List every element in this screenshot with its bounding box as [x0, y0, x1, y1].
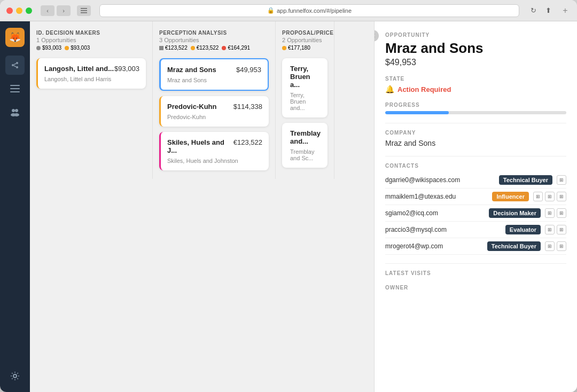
deal-company-mraz: Mraz and Sons: [167, 77, 261, 83]
address-bar[interactable]: 🔒 app.funnelfox.com/#/pipeline: [99, 4, 519, 17]
contact-action-btn-1-3[interactable]: ⊞: [557, 192, 566, 201]
contact-email-4: mrogerot4@wp.com: [385, 242, 483, 250]
contact-email-1: mmaiklem1@utexas.edu: [385, 193, 488, 200]
panel-state-section: STATE 🔔 Action Required: [385, 76, 566, 93]
total-badge-yellow-2: €123,522: [191, 45, 219, 51]
svg-rect-9: [10, 88, 20, 89]
contact-action-btn-2-1[interactable]: ⊞: [545, 208, 555, 218]
pipeline-columns: ID. DECISION MAKERS 1 Opportunities $93,…: [30, 21, 374, 179]
svg-point-14: [14, 113, 19, 116]
svg-point-11: [12, 109, 15, 112]
column-opps-proposal: 2 Opportunities: [282, 37, 328, 43]
svg-line-6: [14, 64, 16, 65]
column-title-proposal: PROPOSAL/PRICE: [282, 30, 328, 36]
svg-point-12: [15, 109, 18, 112]
deal-name-predovic: Predovic-Kuhn: [167, 103, 216, 111]
column-header-perception: PERCEPTION ANALYSIS 3 Opportunities €123…: [159, 30, 269, 51]
deal-company-skiles: Skiles, Huels and Johnston: [167, 158, 262, 164]
contact-role-3: Evaluator: [505, 225, 541, 234]
panel-owner-section: OWNER: [385, 285, 566, 291]
dot-gray-icon: [36, 46, 41, 50]
deal-value-skiles: €123,522: [233, 138, 262, 146]
total-badge-red: €164,291: [222, 45, 250, 51]
deal-name-mraz: Mraz and Sons: [167, 66, 216, 74]
svg-rect-10: [10, 91, 20, 92]
share-button[interactable]: ⬆: [543, 5, 553, 16]
contact-action-btn-0-1[interactable]: ⊞: [557, 175, 566, 185]
deal-card-skiles[interactable]: Skiles, Huels and J... €123,522 Skiles, …: [159, 132, 269, 170]
total-yellow-value: $93,003: [71, 45, 90, 51]
deal-card-langosh[interactable]: Langosh, Littel and... $93,003 Langosh, …: [36, 58, 146, 89]
titlebar: ‹ › 🔒 app.funnelfox.com/#/pipeline ↻ ⬆ +: [0, 0, 577, 21]
column-perception-analysis: PERCEPTION ANALYSIS 3 Opportunities €123…: [153, 21, 276, 179]
sidebar-icon-settings[interactable]: [5, 366, 25, 386]
total-badge-gray: $93,003: [36, 45, 61, 51]
panel-title: Mraz and Sons: [385, 40, 566, 57]
deal-card-header-predovic: Predovic-Kuhn $114,338: [167, 103, 262, 111]
contact-email-2: sgiamo2@icq.com: [385, 209, 485, 217]
progress-bar-fill: [385, 111, 449, 114]
column-title-id-dm: ID. DECISION MAKERS: [36, 30, 146, 36]
fullscreen-window-button[interactable]: [26, 7, 32, 14]
dot-square-icon: [159, 46, 163, 50]
contact-role-2: Decision Maker: [489, 208, 541, 218]
total-gray-value: $93,003: [42, 45, 61, 51]
sidebar: 🦊: [0, 21, 30, 392]
contact-action-btn-2-2[interactable]: ⊞: [557, 208, 566, 218]
deal-card-mraz[interactable]: Mraz and Sons $49,953 Mraz and Sons: [159, 58, 269, 91]
deal-value-langosh: $93,003: [114, 65, 139, 73]
contact-action-btn-1-1[interactable]: ⊞: [533, 192, 543, 201]
panel-progress-section: PROGRESS: [385, 102, 566, 114]
panel-company-section: COMPANY Mraz and Sons: [385, 130, 566, 147]
minimize-window-button[interactable]: [16, 7, 22, 14]
svg-rect-8: [10, 85, 20, 86]
panel-latest-visits-label: LATEST VISITS: [385, 270, 566, 276]
state-badge: 🔔 Action Required: [385, 85, 566, 93]
contact-actions-0: ⊞: [557, 175, 566, 185]
divider-3: [385, 263, 566, 264]
deal-card-header-mraz: Mraz and Sons $49,953: [167, 66, 261, 74]
contact-role-1: Influencer: [492, 192, 529, 201]
panel-value: $49,953: [385, 58, 566, 67]
total-badge-square: €123,522: [159, 45, 188, 51]
contact-action-btn-3-2[interactable]: ⊞: [557, 225, 566, 234]
deal-card-predovic[interactable]: Predovic-Kuhn $114,338 Predovic-Kuhn: [159, 96, 269, 127]
new-tab-button[interactable]: +: [560, 5, 571, 16]
deal-value-predovic: $114,338: [233, 103, 262, 111]
svg-point-3: [12, 64, 14, 66]
nav-buttons: ‹ ›: [41, 5, 71, 16]
contact-row-0: dgarrie0@wikispaces.com Technical Buyer …: [385, 172, 566, 189]
contacts-table: dgarrie0@wikispaces.com Technical Buyer …: [385, 172, 566, 255]
dot-proposal-yellow-icon: [282, 46, 286, 50]
total-red-value: €164,291: [228, 45, 250, 51]
forward-button[interactable]: ›: [57, 5, 71, 16]
contact-action-btn-4-1[interactable]: ⊞: [545, 241, 555, 251]
contact-action-btn-1-2[interactable]: ⊞: [545, 192, 555, 201]
sidebar-icon-menu[interactable]: [5, 79, 25, 98]
sidebar-icon-network[interactable]: [5, 56, 25, 75]
total-proposal-yellow: €177,180: [288, 45, 310, 51]
svg-rect-2: [81, 12, 87, 13]
back-button[interactable]: ‹: [41, 5, 54, 16]
svg-point-4: [16, 62, 18, 64]
close-panel-button[interactable]: ✕: [374, 30, 379, 42]
contact-action-btn-4-2[interactable]: ⊞: [557, 241, 566, 251]
column-header-proposal: PROPOSAL/PRICE 2 Opportunities €177,180: [282, 30, 328, 51]
total-badge-yellow: $93,003: [65, 45, 90, 51]
deal-card-terry[interactable]: Terry, Bruen a... Terry, Bruen and...: [282, 58, 328, 117]
contact-action-btn-3-1[interactable]: ⊞: [545, 225, 555, 234]
progress-bar-container: [385, 111, 566, 114]
reload-button[interactable]: ↻: [528, 5, 539, 16]
close-window-button[interactable]: [6, 7, 13, 14]
contact-actions-4: ⊞ ⊞: [545, 241, 566, 251]
column-totals-perception: €123,522 €123,522 €164,291: [159, 45, 269, 51]
deal-name-langosh: Langosh, Littel and...: [44, 65, 114, 73]
app-logo[interactable]: 🦊: [5, 28, 25, 47]
deal-company-terry: Terry, Bruen and...: [290, 92, 321, 111]
deal-card-tremblay[interactable]: Tremblay and... Tremblay and Sc...: [282, 123, 328, 168]
svg-rect-0: [81, 8, 87, 9]
svg-point-5: [16, 66, 18, 68]
svg-point-15: [13, 374, 17, 378]
sidebar-icon-team[interactable]: [5, 103, 25, 122]
sidebar-toggle-button[interactable]: [77, 5, 91, 16]
